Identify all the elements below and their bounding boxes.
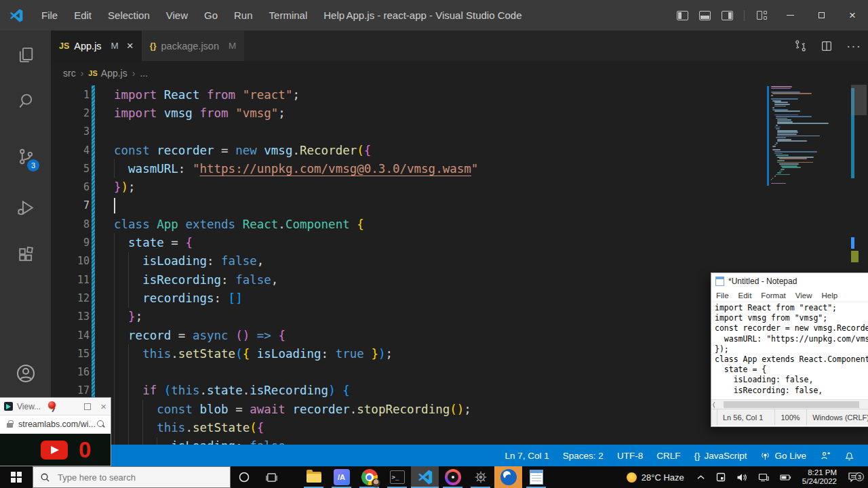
- notepad-menu-view[interactable]: View: [791, 291, 817, 300]
- tray-expand-chevron-icon[interactable]: [691, 474, 711, 481]
- notepad-taskbar-button[interactable]: [522, 466, 550, 488]
- indent-guide: [128, 437, 129, 445]
- notepad-hscrollbar[interactable]: 〈: [711, 399, 868, 409]
- search-input[interactable]: [56, 472, 192, 483]
- minimize-button[interactable]: [774, 0, 806, 30]
- notepad-line: wasmURL: "https://unpkg.com/vmsg@0.3.0/v…: [715, 334, 868, 344]
- weather-widget[interactable]: 28°C Haze: [620, 472, 691, 483]
- menu-terminal[interactable]: Terminal: [261, 9, 316, 21]
- menu-selection[interactable]: Selection: [100, 9, 158, 21]
- code-line: [114, 363, 142, 381]
- customize-layout-icon[interactable]: [757, 11, 768, 20]
- notepad-text-area[interactable]: import React from "react";import vmsg fr…: [711, 302, 868, 399]
- terminal-button[interactable]: >_: [383, 466, 411, 488]
- explorer-icon[interactable]: [0, 37, 51, 73]
- search-icon[interactable]: [0, 83, 51, 119]
- account-icon[interactable]: [0, 356, 51, 391]
- encoding[interactable]: UTF-8: [610, 451, 650, 461]
- notepad-titlebar[interactable]: *Untitled - Notepad: [711, 273, 868, 289]
- tab-appjs[interactable]: JS App.js M ×: [51, 30, 142, 61]
- split-editor-icon[interactable]: [821, 40, 833, 52]
- file-explorer-button[interactable]: [300, 466, 328, 488]
- obs-button[interactable]: [494, 466, 522, 488]
- notepad-menu-file[interactable]: File: [711, 291, 734, 300]
- breadcrumb-item[interactable]: App.js: [101, 68, 127, 79]
- menu-run[interactable]: Run: [226, 9, 261, 21]
- go-live-button[interactable]: Go Live: [753, 451, 813, 461]
- toggle-secondary-sidebar-icon[interactable]: [722, 11, 733, 20]
- notepad-menu-help[interactable]: Help: [817, 291, 843, 300]
- scrollbar-thumb[interactable]: [851, 85, 867, 115]
- line-number: 8: [51, 218, 90, 230]
- open-changes-icon[interactable]: [794, 39, 807, 52]
- action-center-button[interactable]: 3: [842, 472, 868, 483]
- close-button[interactable]: ×: [837, 0, 868, 30]
- notifications-bell-icon[interactable]: [837, 451, 861, 461]
- widget-maximize-button[interactable]: [84, 403, 91, 410]
- battery-icon[interactable]: [774, 474, 797, 481]
- vscode-logo-icon[interactable]: [9, 8, 24, 23]
- run-debug-icon[interactable]: [0, 190, 51, 225]
- media-app-button[interactable]: [439, 466, 467, 488]
- line-number: 7: [51, 199, 90, 211]
- zoom-icon[interactable]: [97, 420, 105, 428]
- chrome-icon: [361, 469, 378, 485]
- taskbar-clock[interactable]: 8:21 PM 5/24/2022: [797, 468, 842, 486]
- indent-guide: [128, 382, 129, 400]
- vscode-taskbar-button[interactable]: [411, 466, 439, 488]
- toggle-panel-icon[interactable]: [699, 11, 711, 20]
- indentation[interactable]: Spaces: 2: [556, 451, 610, 461]
- source-control-icon[interactable]: 3: [0, 139, 51, 174]
- volume-icon[interactable]: [731, 473, 753, 482]
- menu-go[interactable]: Go: [196, 9, 226, 21]
- time: 8:21 PM: [802, 468, 837, 477]
- widget-titlebar[interactable]: View... ×: [0, 398, 111, 415]
- restore-button[interactable]: [806, 0, 837, 30]
- cursor-position[interactable]: Ln 7, Col 1: [498, 451, 556, 461]
- editor-line: 11isRecording: false,: [51, 270, 478, 289]
- notepad-title: *Untitled - Notepad: [728, 277, 797, 286]
- modified-line-indicator: [92, 326, 95, 344]
- editor-line: 14record = async () => {: [51, 326, 478, 344]
- taskbar-search[interactable]: [33, 466, 231, 488]
- cortana-button[interactable]: [231, 466, 258, 488]
- code-line: const blob = await recorder.stopRecordin…: [114, 400, 471, 418]
- app-a-button[interactable]: /A: [328, 466, 355, 488]
- obs-tray-icon[interactable]: [711, 472, 731, 482]
- menu-file[interactable]: File: [33, 9, 66, 21]
- start-button[interactable]: [0, 466, 33, 488]
- breadcrumb-item[interactable]: src: [63, 68, 76, 79]
- menu-edit[interactable]: Edit: [66, 9, 100, 21]
- widget-close-button[interactable]: ×: [100, 401, 106, 411]
- indent-guide: [114, 289, 115, 307]
- widget-url[interactable]: streamlabs.com/wi...: [18, 420, 96, 429]
- line-number: 11: [51, 274, 90, 286]
- feedback-icon[interactable]: [813, 451, 837, 461]
- scroll-left-arrow-icon[interactable]: 〈: [713, 401, 715, 409]
- menu-view[interactable]: View: [158, 9, 196, 21]
- notepad-menu-format[interactable]: Format: [756, 291, 790, 300]
- chrome-button[interactable]: [355, 466, 383, 488]
- indent-guide: [114, 363, 115, 381]
- breadcrumb-item[interactable]: ...: [140, 68, 148, 79]
- hscroll-thumb[interactable]: [724, 401, 859, 408]
- line-number: 5: [51, 163, 90, 175]
- toggle-primary-sidebar-icon[interactable]: [677, 11, 688, 20]
- settings-button[interactable]: [467, 466, 494, 488]
- extensions-icon[interactable]: [0, 237, 51, 272]
- tab-packagejson[interactable]: {} package.json M: [142, 30, 244, 61]
- more-actions-icon[interactable]: ···: [846, 39, 861, 54]
- network-icon[interactable]: [753, 473, 774, 482]
- task-view-button[interactable]: [258, 466, 285, 488]
- close-tab-icon[interactable]: ×: [127, 40, 134, 52]
- line-number: 13: [51, 310, 90, 323]
- notepad-menu-edit[interactable]: Edit: [734, 291, 757, 300]
- language-mode[interactable]: {} JavaScript: [687, 451, 753, 461]
- widget-address-bar[interactable]: streamlabs.com/wi...: [0, 415, 111, 434]
- code-tokens: recordings: []: [114, 291, 243, 305]
- line-number: 17: [51, 384, 90, 396]
- editor-line: 15this.setState({ isLoading: true });: [51, 344, 478, 363]
- eol-sequence[interactable]: CRLF: [650, 451, 687, 461]
- line-number: 2: [51, 107, 90, 119]
- code-line: const recorder = new vmsg.Recorder({: [114, 141, 371, 159]
